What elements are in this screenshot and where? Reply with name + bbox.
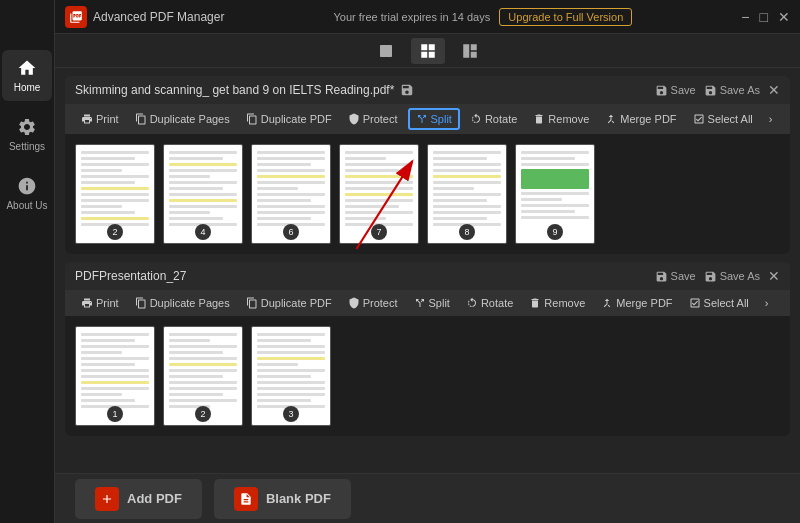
rotate-icon-1 [470,113,482,125]
merge-button-1[interactable]: Merge PDF [599,110,682,128]
print-button-1[interactable]: Print [75,110,125,128]
page-line [433,217,487,220]
split-button-2[interactable]: Split [408,294,456,312]
page-thumb-1-6[interactable]: 6 [251,144,331,244]
save-as-button-2[interactable]: Save As [704,270,760,283]
page-line [345,157,386,160]
blank-pdf-button[interactable]: Blank PDF [214,479,351,519]
page-line [81,193,149,196]
page-line [521,192,589,195]
pdf-actions-2: Save Save As ✕ [655,268,780,284]
svg-rect-6 [470,44,476,50]
page-line [345,175,413,178]
page-green-block [521,169,589,189]
save-as-button-1[interactable]: Save As [704,84,760,97]
home-icon [17,58,37,78]
close-pdf-1[interactable]: ✕ [768,82,780,98]
page-line [81,381,149,384]
remove-button-1[interactable]: Remove [527,110,595,128]
pdf-toolbar-2: Print Duplicate Pages Duplicate PDF Prot… [65,290,790,316]
pages-area-2: 1 [65,316,790,436]
view-split-button[interactable] [453,38,487,64]
page-thumb-1-9[interactable]: 9 [515,144,595,244]
titlebar-left: Advanced PDF Manager [65,6,224,28]
sidebar-item-about[interactable]: About Us [2,168,52,219]
print-button-2[interactable]: Print [75,294,125,312]
app-logo [65,6,87,28]
rotate-button-2[interactable]: Rotate [460,294,519,312]
protect-button-1[interactable]: Protect [342,110,404,128]
add-pdf-button[interactable]: Add PDF [75,479,202,519]
save-as-icon-1 [704,84,717,97]
page-line [433,211,501,214]
remove-icon-1 [533,113,545,125]
maximize-button[interactable]: □ [760,9,768,25]
page-thumb-1-8[interactable]: 8 [427,144,507,244]
more-button-1[interactable]: › [763,110,779,128]
minimize-button[interactable]: − [741,9,749,25]
dup-pages-button-1[interactable]: Duplicate Pages [129,110,236,128]
dup-pdf-button-1[interactable]: Duplicate PDF [240,110,338,128]
remove-button-2[interactable]: Remove [523,294,591,312]
page-line [169,393,223,396]
page-line [257,205,325,208]
page-line [521,198,562,201]
page-thumb-2-1[interactable]: 1 [75,326,155,426]
upgrade-button[interactable]: Upgrade to Full Version [499,8,632,26]
page-line [257,181,325,184]
page-line [257,157,325,160]
dup-pdf-button-2[interactable]: Duplicate PDF [240,294,338,312]
split-button-1[interactable]: Split [408,108,460,130]
view-grid-button[interactable] [411,38,445,64]
pdf-header-1: Skimming and scanning_ get band 9 on IEL… [65,76,790,104]
page-thumb-2-3[interactable]: 3 [251,326,331,426]
page-line [169,399,237,402]
dup-pages-button-2[interactable]: Duplicate Pages [129,294,236,312]
page-line [345,151,413,154]
page-line [169,211,210,214]
pdf-name-2: PDFPresentation_27 [75,269,186,283]
page-line [521,157,575,160]
add-pdf-icon [95,487,119,511]
page-thumb-1-4[interactable]: 4 [163,144,243,244]
rotate-button-1[interactable]: Rotate [464,110,523,128]
page-thumb-1-7[interactable]: 7 [339,144,419,244]
page-line [169,339,210,342]
close-pdf-2[interactable]: ✕ [768,268,780,284]
page-badge-1-7: 7 [371,224,387,240]
page-line [257,187,298,190]
sidebar-item-home[interactable]: Home [2,50,52,101]
page-line [81,399,135,402]
dup-pages-icon-2 [135,297,147,309]
page-badge-1-6: 6 [283,224,299,240]
svg-rect-0 [380,45,392,57]
page-line [169,199,237,202]
page-line [433,169,501,172]
titlebar-controls: − □ ✕ [741,9,790,25]
page-thumb-1-2[interactable]: 2 [75,144,155,244]
page-line [257,369,325,372]
save-button-2[interactable]: Save [655,270,696,283]
page-line [169,369,237,372]
page-line [521,216,589,219]
view-single-button[interactable] [369,38,403,64]
save-icon-2 [655,270,668,283]
titlebar: Advanced PDF Manager Your free trial exp… [55,0,800,34]
close-button[interactable]: ✕ [778,9,790,25]
sidebar-item-settings[interactable]: Settings [2,109,52,160]
more-button-2[interactable]: › [759,294,775,312]
sidebar: Home Settings About Us [0,0,55,523]
page-line [81,333,149,336]
bottom-bar: Add PDF Blank PDF [55,473,800,523]
select-all-button-2[interactable]: Select All [683,294,755,312]
page-line [521,151,589,154]
page-line [345,205,399,208]
page-line [257,399,311,402]
remove-icon-2 [529,297,541,309]
save-button-1[interactable]: Save [655,84,696,97]
page-line [81,169,122,172]
protect-button-2[interactable]: Protect [342,294,404,312]
page-thumb-2-2[interactable]: 2 [163,326,243,426]
select-all-button-1[interactable]: Select All [687,110,759,128]
merge-button-2[interactable]: Merge PDF [595,294,678,312]
